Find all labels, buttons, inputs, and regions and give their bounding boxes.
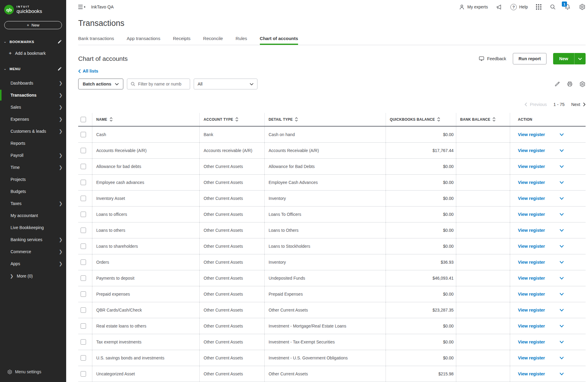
- tab-chart-of-accounts[interactable]: Chart of accounts: [260, 36, 298, 45]
- row-actions-dropdown[interactable]: [559, 245, 564, 248]
- row-actions-dropdown[interactable]: [559, 356, 564, 359]
- tab-receipts[interactable]: Receipts: [173, 36, 190, 45]
- sidebar-item-reports[interactable]: Reports ❯: [0, 137, 66, 149]
- sidebar-item-dashboards[interactable]: Dashboards ❯: [0, 77, 66, 89]
- view-register-link[interactable]: View register: [518, 132, 545, 137]
- company-name[interactable]: InkTavo QA: [91, 5, 114, 9]
- header-quickbooks-balance[interactable]: QUICKBOOKS BALANCE: [386, 113, 456, 126]
- row-checkbox[interactable]: [81, 259, 86, 265]
- help-button[interactable]: ? Help: [510, 4, 528, 10]
- sidebar-item-commerce[interactable]: Commerce ❯: [0, 246, 66, 258]
- view-register-link[interactable]: View register: [518, 260, 545, 265]
- sidebar-item-expenses[interactable]: Expenses ❯: [0, 113, 66, 125]
- menu-header[interactable]: ⌄ MENU: [0, 67, 66, 71]
- collapse-sidebar-icon[interactable]: [78, 5, 85, 9]
- edit-menu-pencil-icon[interactable]: [57, 67, 62, 71]
- table-settings-gear-icon[interactable]: [579, 81, 586, 87]
- row-checkbox[interactable]: [81, 371, 86, 377]
- sidebar-item-apps[interactable]: Apps ❯: [0, 258, 66, 270]
- tab-rules[interactable]: Rules: [236, 36, 247, 45]
- sidebar-item-banking-services[interactable]: Banking services ❯: [0, 234, 66, 246]
- run-report-button[interactable]: Run report: [513, 53, 546, 64]
- row-actions-dropdown[interactable]: [559, 149, 564, 152]
- previous-page-button[interactable]: Previous: [525, 102, 547, 107]
- notifications-bell-icon[interactable]: 1: [564, 4, 571, 10]
- search-icon[interactable]: [550, 4, 556, 10]
- row-actions-dropdown[interactable]: [559, 181, 564, 184]
- edit-pencil-icon[interactable]: [554, 81, 560, 87]
- sidebar-new-button[interactable]: + New: [4, 21, 62, 29]
- next-page-button[interactable]: Next: [571, 102, 586, 107]
- row-actions-dropdown[interactable]: [559, 277, 564, 280]
- header-detail-type[interactable]: DETAIL TYPE: [264, 113, 386, 126]
- row-actions-dropdown[interactable]: [559, 325, 564, 328]
- row-checkbox[interactable]: [81, 244, 86, 249]
- row-checkbox[interactable]: [81, 275, 86, 281]
- view-register-link[interactable]: View register: [518, 292, 545, 297]
- row-actions-dropdown[interactable]: [559, 372, 564, 375]
- row-checkbox[interactable]: [81, 148, 86, 153]
- sidebar-item-customers-leads[interactable]: Customers & leads ❯: [0, 125, 66, 137]
- view-register-link[interactable]: View register: [518, 196, 545, 201]
- sidebar-item-payroll[interactable]: Payroll ❯: [0, 149, 66, 161]
- sidebar-item-budgets[interactable]: Budgets ❯: [0, 185, 66, 197]
- print-icon[interactable]: [567, 81, 573, 87]
- row-checkbox[interactable]: [81, 180, 86, 185]
- new-button[interactable]: New: [553, 53, 574, 64]
- row-checkbox[interactable]: [81, 132, 86, 137]
- header-name[interactable]: NAME: [92, 113, 199, 126]
- row-actions-dropdown[interactable]: [559, 309, 564, 312]
- row-checkbox[interactable]: [81, 164, 86, 169]
- sidebar-item-projects[interactable]: Projects ❯: [0, 173, 66, 185]
- edit-bookmarks-pencil-icon[interactable]: [57, 39, 62, 44]
- row-checkbox[interactable]: [81, 212, 86, 217]
- row-actions-dropdown[interactable]: [559, 197, 564, 200]
- row-checkbox[interactable]: [81, 196, 86, 201]
- row-checkbox[interactable]: [81, 355, 86, 361]
- view-register-link[interactable]: View register: [518, 356, 545, 360]
- row-actions-dropdown[interactable]: [559, 165, 564, 168]
- menu-settings-button[interactable]: Menu settings: [0, 366, 66, 382]
- header-account-type[interactable]: ACCOUNT TYPE: [199, 113, 264, 126]
- view-register-link[interactable]: View register: [518, 164, 545, 169]
- sidebar-item-live-bookkeeping[interactable]: Live Bookkeeping ❯: [0, 222, 66, 234]
- sidebar-item-taxes[interactable]: Taxes ❯: [0, 197, 66, 210]
- row-checkbox[interactable]: [81, 339, 86, 345]
- header-bank-balance[interactable]: BANK BALANCE: [456, 113, 510, 126]
- announcements-megaphone-icon[interactable]: [496, 4, 502, 10]
- new-button-dropdown[interactable]: [574, 53, 586, 64]
- apps-grid-icon[interactable]: [536, 4, 541, 10]
- row-checkbox[interactable]: [81, 307, 86, 313]
- view-register-link[interactable]: View register: [518, 180, 545, 185]
- sidebar-item-time[interactable]: Time ❯: [0, 161, 66, 173]
- row-actions-dropdown[interactable]: [559, 261, 564, 264]
- sidebar-item-more[interactable]: ❯ More (0): [0, 270, 66, 282]
- view-register-link[interactable]: View register: [518, 148, 545, 153]
- tab-bank-transactions[interactable]: Bank transactions: [78, 36, 114, 45]
- view-register-link[interactable]: View register: [518, 228, 545, 233]
- view-register-link[interactable]: View register: [518, 244, 545, 249]
- my-experts-button[interactable]: My experts: [459, 4, 488, 10]
- view-register-link[interactable]: View register: [518, 308, 545, 312]
- tab-app-transactions[interactable]: App transactions: [127, 36, 160, 45]
- row-actions-dropdown[interactable]: [559, 133, 564, 136]
- filter-type-dropdown[interactable]: All: [194, 79, 257, 89]
- row-checkbox[interactable]: [81, 291, 86, 297]
- batch-actions-dropdown[interactable]: Batch actions: [78, 79, 123, 89]
- row-actions-dropdown[interactable]: [559, 229, 564, 232]
- tab-reconcile[interactable]: Reconcile: [203, 36, 223, 45]
- select-all-checkbox[interactable]: [81, 117, 86, 122]
- view-register-link[interactable]: View register: [518, 276, 545, 281]
- all-lists-link[interactable]: All lists: [78, 69, 98, 73]
- feedback-button[interactable]: Feedback: [479, 56, 506, 62]
- view-register-link[interactable]: View register: [518, 324, 545, 328]
- add-bookmark-button[interactable]: + Add a bookmark: [0, 50, 66, 56]
- sidebar-item-transactions[interactable]: Transactions ❯: [0, 89, 66, 101]
- row-checkbox[interactable]: [81, 228, 86, 233]
- sidebar-item-sales[interactable]: Sales ❯: [0, 101, 66, 113]
- view-register-link[interactable]: View register: [518, 340, 545, 344]
- view-register-link[interactable]: View register: [518, 371, 545, 376]
- bookmarks-header[interactable]: ⌄ BOOKMARKS: [0, 39, 66, 44]
- settings-gear-icon[interactable]: [579, 4, 586, 10]
- row-actions-dropdown[interactable]: [559, 293, 564, 296]
